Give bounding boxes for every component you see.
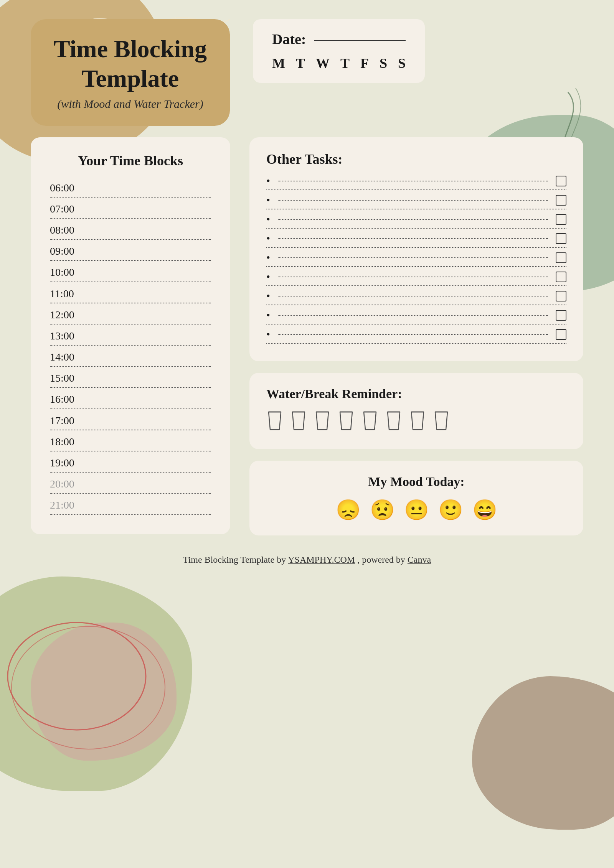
- time-entries-container: 06:0007:0008:0009:0010:0011:0012:0013:00…: [50, 180, 211, 515]
- dotted-line: [50, 282, 211, 282]
- glass-icon[interactable]: [338, 410, 355, 435]
- time-label: 07:00: [50, 201, 211, 216]
- time-entry: 14:00: [50, 349, 211, 367]
- task-underline: [266, 209, 566, 209]
- dotted-line: [50, 366, 211, 367]
- time-label: 10:00: [50, 265, 211, 280]
- task-items-container: •••••••••: [266, 175, 566, 344]
- day-S1: S: [380, 55, 387, 71]
- task-row: •: [266, 271, 566, 286]
- date-label: Date:: [272, 31, 306, 48]
- time-entry: 10:00: [50, 265, 211, 282]
- task-bullet: •: [266, 290, 270, 302]
- time-label: 18:00: [50, 434, 211, 449]
- footer-link-ysamphy[interactable]: YSAMPHY.COM: [288, 555, 355, 565]
- page-container: Time Blocking Template (with Mood and Wa…: [0, 0, 614, 592]
- task-checkbox[interactable]: [556, 214, 566, 225]
- time-blocks-title: Your Time Blocks: [50, 153, 211, 169]
- mood-face-2[interactable]: 😐: [404, 498, 429, 522]
- glass-icon[interactable]: [433, 410, 450, 435]
- glass-icon[interactable]: [409, 410, 426, 435]
- glass-icon[interactable]: [290, 410, 307, 435]
- task-row: •: [266, 175, 566, 190]
- task-item: •: [266, 232, 566, 245]
- time-entry: 12:00: [50, 307, 211, 324]
- time-entry: 09:00: [50, 244, 211, 261]
- task-checkbox[interactable]: [556, 291, 566, 301]
- water-glasses: [266, 410, 566, 435]
- blob-brown: [472, 676, 614, 830]
- task-dotted-line: [278, 181, 548, 181]
- subtitle: (with Mood and Water Tracker): [54, 97, 207, 110]
- task-bullet: •: [266, 232, 270, 245]
- dotted-line: [50, 451, 211, 451]
- dotted-line: [50, 430, 211, 430]
- mood-face-1[interactable]: 😟: [370, 498, 395, 522]
- time-label: 09:00: [50, 244, 211, 259]
- time-entry: 15:00: [50, 371, 211, 388]
- day-F: F: [360, 55, 369, 71]
- day-W: W: [316, 55, 330, 71]
- footer-link-canva[interactable]: Canva: [408, 555, 431, 565]
- task-item: •: [266, 328, 566, 341]
- task-underline: [266, 285, 566, 286]
- dotted-line: [50, 408, 211, 409]
- task-checkbox[interactable]: [556, 195, 566, 206]
- footer-text-middle: , powered by: [355, 555, 408, 565]
- mood-face-4[interactable]: 😄: [472, 498, 497, 522]
- task-underline: [266, 305, 566, 305]
- task-underline: [266, 189, 566, 190]
- dotted-line: [50, 493, 211, 494]
- glass-icon[interactable]: [266, 410, 283, 435]
- task-bullet: •: [266, 271, 270, 283]
- title-block: Time Blocking Template (with Mood and Wa…: [31, 19, 230, 126]
- task-item: •: [266, 194, 566, 206]
- glass-icon[interactable]: [361, 410, 378, 435]
- dotted-line: [50, 345, 211, 346]
- task-dotted-line: [278, 315, 548, 316]
- task-item: •: [266, 213, 566, 226]
- task-bullet: •: [266, 328, 270, 341]
- mood-face-3[interactable]: 🙂: [438, 498, 463, 522]
- time-label: 17:00: [50, 413, 211, 428]
- date-day-block: Date: M T W T F S S: [253, 19, 425, 83]
- time-label: 08:00: [50, 222, 211, 237]
- task-row: •: [266, 309, 566, 324]
- time-label: 13:00: [50, 328, 211, 343]
- time-label: 19:00: [50, 455, 211, 470]
- mood-face-0[interactable]: 😞: [336, 498, 361, 522]
- task-checkbox[interactable]: [556, 176, 566, 186]
- header-row: Time Blocking Template (with Mood and Wa…: [31, 19, 583, 126]
- task-checkbox[interactable]: [556, 233, 566, 244]
- time-label: 20:00: [50, 476, 211, 491]
- water-panel: Water/Break Reminder:: [249, 373, 583, 449]
- glass-icon[interactable]: [314, 410, 331, 435]
- tasks-panel: Other Tasks: •••••••••: [249, 137, 583, 361]
- task-dotted-line: [278, 219, 548, 220]
- task-checkbox[interactable]: [556, 329, 566, 340]
- task-checkbox[interactable]: [556, 272, 566, 282]
- task-checkbox[interactable]: [556, 252, 566, 263]
- task-underline: [266, 266, 566, 267]
- right-column: Other Tasks: ••••••••• Water/Break Remin…: [249, 137, 583, 535]
- day-M: M: [272, 55, 285, 71]
- time-label: 14:00: [50, 349, 211, 364]
- dotted-line: [50, 303, 211, 303]
- time-entry: 21:00: [50, 497, 211, 515]
- date-row: Date:: [272, 31, 406, 48]
- time-entry: 20:00: [50, 476, 211, 494]
- body-row: Your Time Blocks 06:0007:0008:0009:0010:…: [31, 137, 583, 535]
- task-row: •: [266, 252, 566, 267]
- dotted-line: [50, 324, 211, 324]
- time-entry: 17:00: [50, 413, 211, 430]
- dotted-line: [50, 218, 211, 219]
- task-dotted-line: [278, 277, 548, 277]
- time-entry: 06:00: [50, 180, 211, 198]
- glass-icon[interactable]: [385, 410, 402, 435]
- time-entry: 18:00: [50, 434, 211, 451]
- task-item: •: [266, 175, 566, 187]
- task-dotted-line: [278, 200, 548, 201]
- task-bullet: •: [266, 213, 270, 226]
- mood-faces: 😞😟😐🙂😄: [266, 498, 566, 522]
- task-checkbox[interactable]: [556, 310, 566, 321]
